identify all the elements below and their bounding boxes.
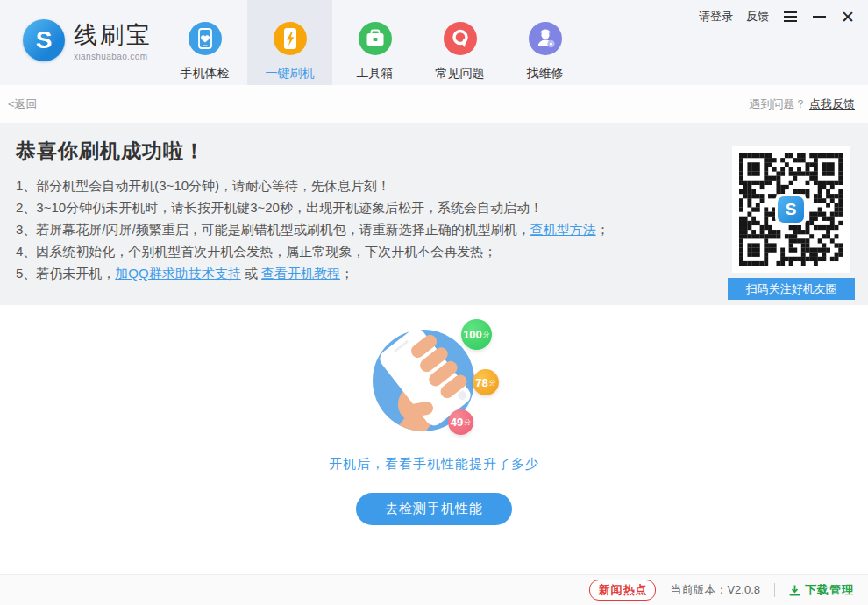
instruction-line-3: 3、若屏幕花屏/闪屏/频繁重启，可能是刷错机型或刷机包，请重新选择正确的机型刷机…: [16, 218, 693, 240]
score-badge-100: 100分: [461, 319, 492, 350]
subheader: <返回 遇到问题？ 点我反馈: [0, 85, 868, 123]
version-label: 当前版本：V2.0.8: [670, 582, 760, 598]
nav-item-one-key-flash[interactable]: 一键刷机: [247, 0, 332, 85]
nav-item-toolbox[interactable]: 工具箱: [332, 0, 417, 85]
download-icon: [789, 585, 800, 596]
minimize-icon[interactable]: [811, 9, 827, 25]
download-manager-button[interactable]: 下载管理: [789, 582, 854, 598]
app-domain: xianshuabao.com: [74, 52, 153, 61]
logo-icon: S: [23, 19, 65, 61]
menu-icon[interactable]: [782, 9, 798, 25]
hand-phone-illustration: 100分 78分 49分: [351, 314, 517, 445]
nav-item-phone-check[interactable]: 手机体检: [162, 0, 247, 85]
problem-hint-text: 遇到问题？: [749, 97, 806, 110]
flash-phone-icon: [273, 21, 308, 60]
click-feedback-link[interactable]: 点我反馈: [809, 97, 855, 110]
qr-code: S: [732, 146, 850, 273]
app-header: S 线刷宝 xianshuabao.com 手机体检: [0, 0, 868, 85]
line5-text: 5、若仍未开机，: [16, 266, 115, 281]
instruction-list: 1、部分机型会自动开机(3~10分钟)，请耐心等待，先休息片刻！ 2、3~10分…: [16, 174, 693, 284]
nav-label: 手机体检: [181, 66, 230, 82]
instruction-line-2: 2、3~10分钟仍未开机时，请长按开机键3~20秒，出现开机迹象后松开，系统会自…: [16, 196, 693, 218]
titlebar-controls: 请登录 反馈 ✕: [699, 9, 856, 25]
result-section: 100分 78分 49分 开机后，看看手机性能提升了多少 去检测手机性能: [0, 314, 868, 583]
instruction-line-1: 1、部分机型会自动开机(3~10分钟)，请耐心等待，先休息片刻！: [16, 174, 693, 196]
nav-item-repair[interactable]: 找维修: [502, 0, 587, 85]
nav-label: 找维修: [527, 66, 564, 82]
instruction-line-5: 5、若仍未开机，加QQ群求助技术支持 或 查看开机教程；: [16, 262, 693, 284]
success-title: 恭喜你刷机成功啦！: [16, 138, 693, 165]
repair-man-icon: [528, 21, 563, 60]
score-badge-49: 49分: [448, 409, 473, 435]
back-button[interactable]: <返回: [8, 96, 38, 112]
status-bar: 新闻热点 当前版本：V2.0.8 下载管理: [0, 574, 868, 605]
app-logo: S 线刷宝 xianshuabao.com: [23, 19, 153, 61]
qq-group-link[interactable]: 加QQ群求助技术支持: [115, 266, 240, 281]
nav-label: 常见问题: [436, 66, 485, 82]
boot-tutorial-link[interactable]: 查看开机教程: [261, 266, 340, 281]
news-hotspot-button[interactable]: 新闻热点: [589, 580, 656, 601]
download-label: 下载管理: [805, 582, 854, 598]
qr-center-logo-icon: S: [775, 194, 807, 225]
nav-label: 工具箱: [357, 66, 394, 82]
toolbox-icon: [358, 21, 393, 60]
qr-section: S 扫码关注好机友圈: [732, 146, 850, 300]
login-link[interactable]: 请登录: [699, 9, 733, 25]
close-icon[interactable]: ✕: [840, 9, 856, 25]
check-performance-button[interactable]: 去检测手机性能: [356, 493, 512, 525]
line5-tail: ；: [340, 266, 353, 281]
nav-item-faq[interactable]: 常见问题: [417, 0, 502, 85]
feedback-link[interactable]: 反馈: [746, 9, 769, 25]
check-model-link[interactable]: 查机型方法: [530, 222, 596, 237]
score-badge-78: 78分: [473, 369, 499, 395]
question-icon: [443, 21, 478, 60]
line5-mid: 或: [241, 266, 261, 281]
performance-caption: 开机后，看看手机性能提升了多少: [0, 456, 868, 473]
scan-follow-button[interactable]: 扫码关注好机友圈: [728, 278, 855, 300]
line3-text: 3、若屏幕花屏/闪屏/频繁重启，可能是刷错机型或刷机包，请重新选择正确的机型刷机…: [16, 222, 530, 237]
nav-label: 一键刷机: [266, 66, 315, 82]
phone-check-icon: [188, 21, 223, 60]
main-nav: 手机体检 一键刷机 工具箱: [162, 0, 587, 85]
problem-hint: 遇到问题？ 点我反馈: [749, 96, 855, 112]
success-banner: 恭喜你刷机成功啦！ 1、部分机型会自动开机(3~10分钟)，请耐心等待，先休息片…: [0, 123, 868, 305]
line3-tail: ；: [596, 222, 609, 237]
instruction-line-4: 4、因系统初始化，个别机型首次开机会发热，属正常现象，下次开机不会再发热；: [16, 240, 693, 262]
footer-divider: [774, 583, 775, 597]
app-name: 线刷宝: [74, 19, 153, 51]
